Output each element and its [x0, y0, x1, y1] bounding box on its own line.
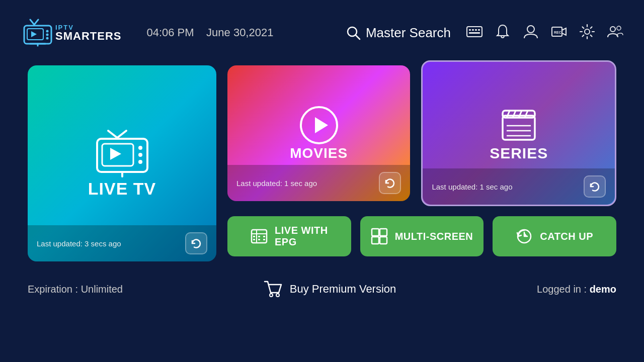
live-epg-icon — [251, 228, 268, 245]
svg-rect-50 — [258, 236, 260, 237]
svg-point-6 — [46, 34, 49, 36]
svg-marker-20 — [562, 28, 566, 35]
svg-line-39 — [507, 111, 510, 118]
catch-up-btn[interactable]: CATCH UP — [493, 216, 616, 256]
svg-point-18 — [527, 26, 534, 33]
svg-rect-12 — [467, 27, 482, 37]
svg-rect-14 — [472, 29, 474, 31]
logo-text: IPTV SMARTERS — [55, 24, 121, 42]
cards-row: LIVE TV Last updated: 3 secs ago — [28, 65, 616, 261]
svg-line-40 — [513, 111, 516, 118]
svg-line-11 — [356, 35, 360, 39]
svg-line-42 — [525, 111, 528, 118]
record-icon-btn[interactable]: REC — [550, 23, 568, 42]
series-footer: Last updated: 1 sec ago — [423, 168, 615, 205]
live-tv-label: LIVE TV — [88, 179, 156, 199]
svg-rect-51 — [263, 236, 265, 237]
series-label: SERIES — [490, 145, 548, 162]
right-col: MOVIES Last updated: 1 sec ago — [227, 65, 616, 256]
series-last-updated: Last updated: 1 sec ago — [432, 183, 512, 191]
svg-point-32 — [138, 160, 142, 164]
header-icons: REC — [466, 23, 624, 42]
series-refresh-btn[interactable] — [584, 175, 606, 198]
svg-marker-29 — [110, 148, 121, 160]
svg-rect-57 — [372, 237, 379, 244]
svg-point-61 — [276, 294, 279, 297]
svg-point-31 — [138, 153, 142, 157]
date-display: June 30,2021 — [206, 26, 273, 39]
search-label: Master Search — [366, 25, 451, 41]
header: IPTV SMARTERS 04:06 PM June 30,2021 Mast… — [0, 0, 644, 65]
svg-text:REC: REC — [554, 31, 561, 34]
svg-line-41 — [519, 111, 522, 118]
series-card[interactable]: SERIES Last updated: 1 sec ago — [421, 60, 616, 206]
logged-in-user: demo — [590, 284, 616, 295]
cart-icon — [264, 280, 283, 299]
multi-screen-icon — [371, 228, 388, 245]
multiuser-icon-btn[interactable] — [607, 23, 624, 42]
multi-screen-btn[interactable]: MULTI-SCREEN — [360, 216, 484, 256]
bottom-buttons: LIVE WITH EPG MULTI-SCREEN — [227, 216, 616, 256]
svg-rect-53 — [258, 239, 260, 240]
svg-point-7 — [46, 37, 49, 40]
movies-refresh-btn[interactable] — [379, 172, 401, 194]
settings-icon-btn[interactable] — [579, 23, 596, 42]
svg-rect-16 — [478, 29, 480, 31]
svg-rect-56 — [380, 229, 387, 236]
logo-smarters: SMARTERS — [55, 31, 121, 42]
logo-area: IPTV SMARTERS — [20, 18, 121, 48]
search-area[interactable]: Master Search — [346, 25, 451, 41]
svg-point-22 — [585, 29, 590, 34]
live-tv-card[interactable]: LIVE TV Last updated: 3 secs ago — [28, 65, 216, 261]
svg-rect-17 — [469, 32, 480, 34]
multi-screen-label: MULTI-SCREEN — [395, 231, 473, 242]
expiry-label: Expiration : — [28, 284, 78, 295]
svg-rect-54 — [263, 239, 265, 240]
svg-line-0 — [30, 20, 34, 25]
keyboard-icon-btn[interactable] — [466, 23, 483, 42]
live-tv-refresh-btn[interactable] — [185, 232, 207, 254]
live-epg-line1: LIVE WITH — [275, 225, 328, 236]
top-cards: MOVIES Last updated: 1 sec ago — [227, 65, 616, 206]
live-tv-last-updated: Last updated: 3 secs ago — [37, 239, 121, 248]
movies-label: MOVIES — [290, 145, 348, 161]
bottom-info: Expiration : Unlimited Buy Premium Versi… — [0, 269, 644, 299]
svg-point-60 — [270, 294, 273, 297]
live-tv-icon — [92, 129, 152, 179]
main-content: LIVE TV Last updated: 3 secs ago — [0, 65, 644, 261]
logged-in-label: Logged in : — [537, 284, 587, 295]
series-clapper-icon — [499, 105, 539, 145]
movies-footer: Last updated: 1 sec ago — [227, 165, 410, 201]
svg-point-23 — [610, 27, 615, 32]
logo-tv-icon — [20, 18, 55, 48]
search-icon — [346, 25, 361, 40]
svg-rect-49 — [253, 236, 255, 237]
movies-play-icon — [299, 105, 339, 145]
svg-point-5 — [46, 30, 49, 33]
expiry-text: Expiration : Unlimited — [28, 284, 123, 295]
profile-icon-btn[interactable] — [522, 23, 539, 42]
svg-line-1 — [34, 20, 38, 25]
svg-line-25 — [108, 131, 117, 138]
logged-in-text: Logged in : demo — [537, 284, 616, 295]
buy-premium-btn[interactable]: Buy Premium Version — [264, 280, 396, 299]
svg-point-24 — [617, 26, 621, 30]
notification-icon-btn[interactable] — [494, 23, 511, 42]
datetime: 04:06 PM June 30,2021 — [146, 26, 273, 39]
svg-marker-36 — [315, 117, 328, 133]
svg-rect-58 — [380, 237, 387, 244]
svg-point-30 — [138, 146, 142, 150]
buy-premium-label: Buy Premium Version — [290, 283, 396, 296]
movies-card[interactable]: MOVIES Last updated: 1 sec ago — [227, 65, 410, 201]
catch-up-icon — [516, 228, 533, 245]
live-epg-line2: EPG — [275, 236, 297, 248]
svg-rect-13 — [469, 29, 471, 31]
expiry-value: Unlimited — [81, 284, 123, 295]
live-tv-footer: Last updated: 3 secs ago — [28, 225, 216, 261]
svg-rect-15 — [475, 29, 477, 31]
live-epg-labels: LIVE WITH EPG — [275, 225, 328, 248]
svg-rect-52 — [253, 239, 255, 240]
live-epg-btn[interactable]: LIVE WITH EPG — [227, 216, 351, 256]
time-display: 04:06 PM — [146, 26, 194, 39]
svg-marker-4 — [31, 31, 37, 37]
